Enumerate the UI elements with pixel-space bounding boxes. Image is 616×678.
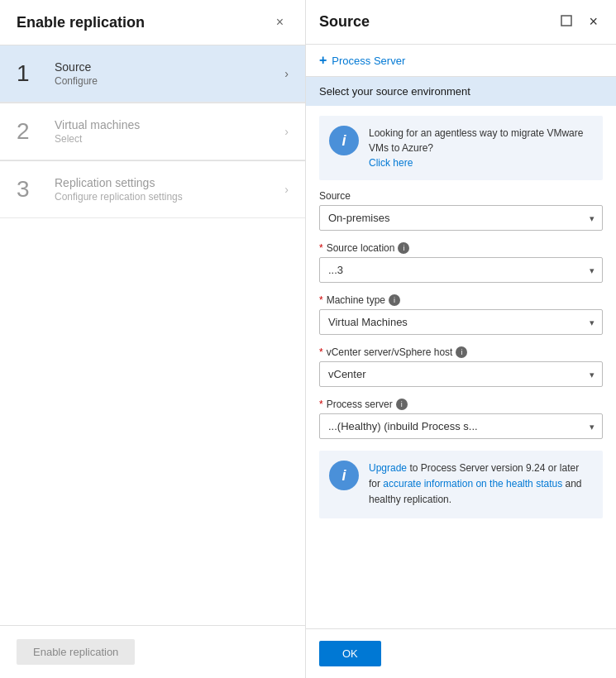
process-server-bar[interactable]: + Process Server [306, 45, 616, 77]
source-label: Source [319, 190, 603, 202]
step-2-chevron-icon: › [284, 125, 289, 138]
vcenter-select[interactable]: vCenter [319, 361, 603, 387]
vcenter-required: * [319, 346, 323, 358]
step-1-title: Source [55, 60, 284, 74]
step-3-number: 3 [17, 176, 41, 203]
step-2-number: 2 [17, 118, 41, 145]
step-2-subtitle: Select [55, 133, 284, 145]
right-content-wrapper: + Process Server Select your source envi… [306, 45, 616, 628]
upgrade-info-text: Upgrade to Process Server version 9.24 o… [369, 461, 593, 508]
plus-icon: + [319, 53, 327, 68]
left-header: Enable replication × [0, 0, 305, 45]
process-server-field-label: * Process server i [319, 399, 603, 410]
right-header-actions: × [556, 12, 603, 32]
process-server-label[interactable]: Process Server [332, 55, 405, 67]
right-header: Source × [306, 0, 616, 45]
left-panel-title: Enable replication [17, 14, 145, 31]
step-3-chevron-icon: › [284, 183, 289, 196]
right-panel-title: Source [319, 13, 370, 31]
ok-button[interactable]: OK [319, 641, 381, 666]
step-1-content: Source Configure [55, 60, 284, 87]
info-icon: i [329, 126, 359, 155]
step-3-title: Replication settings [55, 176, 284, 189]
agentless-info-text-before: Looking for an agentless way to migrate … [369, 127, 583, 154]
right-close-button[interactable]: × [584, 12, 603, 32]
source-location-form-group: * Source location i ...3 ▾ [319, 242, 603, 283]
select-env-bar: Select your source environment [306, 77, 616, 106]
source-select-wrapper: On-premises ▾ [319, 205, 603, 231]
svg-rect-0 [561, 16, 571, 26]
agentless-info-text: Looking for an agentless way to migrate … [369, 126, 593, 170]
vcenter-select-wrapper: vCenter ▾ [319, 361, 603, 387]
upgrade-info-icon: i [329, 461, 359, 490]
health-status-link[interactable]: accurate information on the health statu… [383, 478, 562, 489]
step-3-subtitle: Configure replication settings [55, 191, 284, 203]
agentless-info-box: i Looking for an agentless way to migrat… [319, 116, 603, 180]
step-3[interactable]: 3 Replication settings Configure replica… [0, 161, 305, 218]
source-location-select[interactable]: ...3 [319, 257, 603, 283]
left-panel: Enable replication × 1 Source Configure … [0, 0, 306, 678]
click-here-link[interactable]: Click here [369, 157, 413, 169]
step-2[interactable]: 2 Virtual machines Select › [0, 103, 305, 160]
step-1-number: 1 [17, 60, 41, 87]
step-2-title: Virtual machines [55, 118, 284, 131]
source-location-select-wrapper: ...3 ▾ [319, 257, 603, 283]
machine-type-select-wrapper: Virtual Machines ▾ [319, 309, 603, 335]
process-server-select[interactable]: ...(Healthy) (inbuild Process s... [319, 413, 603, 439]
steps-container: 1 Source Configure › 2 Virtual machines … [0, 45, 305, 625]
process-server-info-icon: i [396, 399, 408, 410]
enable-replication-button[interactable]: Enable replication [17, 639, 135, 665]
right-footer: OK [306, 628, 616, 678]
form-section: Source On-premises ▾ * Source location i [306, 190, 616, 439]
source-select[interactable]: On-premises [319, 205, 603, 231]
maximize-icon [561, 15, 572, 26]
machine-type-label: * Machine type i [319, 294, 603, 306]
process-server-required: * [319, 399, 323, 410]
machine-type-required: * [319, 294, 323, 306]
vcenter-label: * vCenter server/vSphere host i [319, 346, 603, 358]
step-1-subtitle: Configure [55, 75, 284, 87]
source-location-info-icon: i [398, 242, 409, 254]
upgrade-info-box: i Upgrade to Process Server version 9.24… [319, 451, 603, 518]
machine-type-select[interactable]: Virtual Machines [319, 309, 603, 335]
vcenter-info-icon: i [456, 346, 467, 358]
right-panel: Source × + Process Server Select your so… [306, 0, 616, 678]
source-form-group: Source On-premises ▾ [319, 190, 603, 231]
source-location-label: * Source location i [319, 242, 603, 254]
upgrade-link[interactable]: Upgrade [369, 462, 407, 474]
source-location-required: * [319, 242, 323, 254]
step-1[interactable]: 1 Source Configure › [0, 45, 305, 103]
vcenter-form-group: * vCenter server/vSphere host i vCenter … [319, 346, 603, 387]
maximize-button[interactable] [556, 13, 577, 31]
machine-type-info-icon: i [389, 294, 400, 306]
step-2-content: Virtual machines Select [55, 118, 284, 145]
process-server-select-wrapper: ...(Healthy) (inbuild Process s... ▾ [319, 413, 603, 439]
step-3-content: Replication settings Configure replicati… [55, 176, 284, 203]
left-close-button[interactable]: × [271, 13, 289, 31]
select-env-label: Select your source environment [319, 85, 470, 98]
process-server-form-group: * Process server i ...(Healthy) (inbuild… [319, 399, 603, 439]
step-1-chevron-icon: › [284, 67, 289, 80]
left-footer: Enable replication [0, 625, 305, 678]
machine-type-form-group: * Machine type i Virtual Machines ▾ [319, 294, 603, 335]
